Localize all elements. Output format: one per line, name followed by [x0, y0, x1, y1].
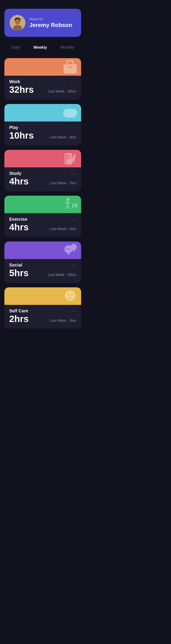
card-exercise-body: Exercise ··· 4hrs Last Week - 5hrs — [4, 212, 81, 237]
svg-point-41 — [70, 244, 77, 250]
play-icon — [62, 104, 79, 122]
play-menu[interactable]: ··· — [71, 125, 76, 130]
study-last-week: Last Week - 7hrs — [50, 181, 76, 186]
social-hours: 5hrs — [9, 268, 29, 278]
svg-marker-40 — [67, 253, 70, 255]
svg-point-45 — [69, 248, 70, 250]
card-play: Play ··· 10hrs Last Week - 8hrs — [4, 104, 81, 146]
svg-point-44 — [68, 248, 69, 250]
svg-point-19 — [70, 116, 70, 116]
svg-point-43 — [66, 248, 68, 250]
work-menu[interactable]: ··· — [71, 79, 76, 84]
svg-point-13 — [74, 112, 76, 114]
study-icon — [62, 150, 79, 167]
card-work-banner — [4, 58, 81, 76]
card-selfcare-body: Self Care ··· 2hrs Last Week - 2hrs — [4, 304, 81, 329]
tab-weekly[interactable]: Weekly — [29, 44, 52, 52]
svg-point-6 — [15, 19, 20, 24]
svg-point-14 — [73, 114, 74, 116]
svg-point-15 — [72, 112, 73, 114]
study-title: Study — [9, 171, 22, 176]
svg-rect-9 — [65, 68, 75, 68]
card-exercise: Exercise ··· 4hrs Last Week - 5hrs — [4, 196, 81, 237]
exercise-icon — [62, 196, 79, 213]
work-icon — [62, 58, 79, 76]
card-social-banner — [4, 242, 81, 259]
card-study-body: Study ··· 4hrs Last Week - 7hrs — [4, 166, 81, 191]
tab-daily[interactable]: Daily — [7, 44, 24, 52]
card-study-banner — [4, 150, 81, 167]
card-exercise-banner — [4, 196, 81, 213]
svg-rect-38 — [72, 204, 74, 205]
work-title: Work — [9, 79, 20, 84]
card-play-body: Play ··· 10hrs Last Week - 8hrs — [4, 121, 81, 146]
play-title: Play — [9, 125, 18, 130]
svg-point-29 — [66, 198, 70, 201]
svg-rect-8 — [68, 66, 72, 68]
user-name: Jeremy Robson — [30, 22, 72, 28]
tab-bar: Daily Weekly Monthly — [4, 41, 81, 54]
svg-marker-27 — [74, 162, 75, 164]
svg-rect-17 — [66, 111, 67, 113]
tab-monthly[interactable]: Monthly — [56, 44, 79, 52]
study-hours: 4hrs — [9, 177, 29, 186]
social-last-week: Last Week - 10hrs — [48, 273, 76, 278]
social-icon — [62, 242, 79, 259]
card-play-banner — [4, 104, 81, 122]
report-info: Report for Jeremy Robson — [30, 17, 72, 28]
svg-rect-23 — [67, 155, 71, 156]
work-last-week: Last Week - 36hrs — [48, 90, 76, 94]
card-work: Work ··· 32hrs Last Week - 36hrs — [4, 58, 81, 100]
social-menu[interactable]: ··· — [71, 262, 76, 268]
svg-line-34 — [68, 206, 69, 209]
card-study: Study ··· 4hrs Last Week - 7hrs — [4, 150, 81, 191]
study-menu[interactable]: ··· — [71, 171, 76, 176]
card-selfcare-banner — [4, 287, 81, 305]
svg-rect-37 — [76, 203, 77, 208]
card-selfcare: Self Care ··· 2hrs Last Week - 2hrs — [4, 287, 81, 329]
svg-marker-42 — [72, 250, 75, 252]
report-label: Report for — [30, 17, 72, 21]
svg-rect-28 — [72, 154, 75, 155]
exercise-last-week: Last Week - 5hrs — [50, 227, 76, 232]
selfcare-last-week: Last Week - 2hrs — [50, 319, 76, 324]
exercise-menu[interactable]: ··· — [71, 217, 76, 222]
report-header: Report for Jeremy Robson — [4, 9, 81, 37]
svg-point-12 — [73, 111, 74, 112]
avatar — [10, 15, 26, 31]
card-work-body: Work ··· 32hrs Last Week - 36hrs — [4, 75, 81, 100]
selfcare-icon — [62, 287, 79, 305]
svg-point-20 — [71, 116, 72, 116]
social-title: Social — [9, 262, 22, 268]
card-social-body: Social ··· 5hrs Last Week - 10hrs — [4, 258, 81, 283]
exercise-hours: 4hrs — [9, 223, 29, 232]
svg-point-18 — [68, 116, 69, 116]
play-last-week: Last Week - 8hrs — [50, 135, 76, 140]
svg-rect-25 — [67, 158, 70, 159]
selfcare-menu[interactable]: ··· — [71, 308, 76, 314]
card-social: Social ··· 5hrs Last Week - 10hrs — [4, 242, 81, 283]
svg-point-46 — [65, 290, 76, 301]
exercise-title: Exercise — [9, 217, 27, 222]
selfcare-title: Self Care — [9, 308, 28, 314]
svg-rect-24 — [67, 157, 71, 158]
svg-rect-22 — [65, 153, 66, 164]
selfcare-hours: 2hrs — [9, 314, 29, 324]
svg-rect-7 — [64, 64, 77, 74]
work-hours: 32hrs — [9, 85, 34, 94]
play-hours: 10hrs — [9, 131, 34, 140]
